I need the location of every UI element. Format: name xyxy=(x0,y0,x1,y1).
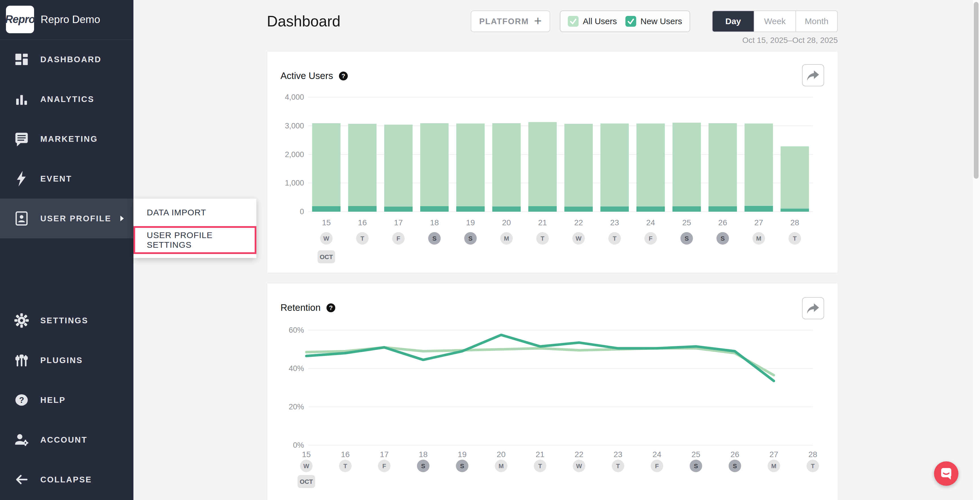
axis-label: W xyxy=(323,235,329,242)
sidebar-item-event[interactable]: EVENT xyxy=(0,159,134,198)
app-root: { "sidebar": { "logo_text": "Repro", "ap… xyxy=(0,0,980,500)
sidebar-item-dashboard[interactable]: DASHBOARD xyxy=(0,40,134,79)
axis-label: 28 xyxy=(808,450,817,459)
share-button[interactable] xyxy=(802,297,824,319)
axis-label: 25 xyxy=(682,218,691,227)
axis-label: 22 xyxy=(574,218,583,227)
bar-new-users xyxy=(312,206,340,212)
retention-line-new-users xyxy=(306,335,774,381)
axis-label: 19 xyxy=(458,450,466,459)
sidebar-item-user-profile[interactable]: USER PROFILE xyxy=(0,198,134,238)
tab-week[interactable]: Week xyxy=(754,11,795,32)
bar-all-users xyxy=(528,122,557,212)
axis-label: 16 xyxy=(358,218,367,227)
axis-label: S xyxy=(468,235,473,242)
axis-label: 27 xyxy=(754,218,763,227)
retention-title: Retention xyxy=(280,302,320,313)
bar-new-users xyxy=(673,206,701,212)
scrollbar-track[interactable] xyxy=(972,0,980,500)
bar-all-users xyxy=(600,124,629,212)
axis-label: T xyxy=(538,463,542,470)
axis-label: T xyxy=(541,235,544,242)
retention-line-all-users xyxy=(306,347,774,375)
settings-gear-icon xyxy=(13,312,31,329)
scrollbar-thumb[interactable] xyxy=(974,2,978,179)
axis-label: S xyxy=(433,235,437,242)
axis-label: T xyxy=(361,235,364,242)
filter-label: New Users xyxy=(641,16,682,26)
bar-all-users xyxy=(673,123,701,212)
axis-label: T xyxy=(616,463,620,470)
axis-label: S xyxy=(684,235,689,242)
retention-title-row: Retention ? xyxy=(280,302,336,314)
axis-label: 17 xyxy=(394,218,403,227)
sidebar-item-help[interactable]: ?HELP xyxy=(0,380,134,420)
axis-label: 27 xyxy=(769,450,778,459)
sidebar-item-label: PLUGINS xyxy=(40,356,83,365)
axis-label: 22 xyxy=(574,450,584,459)
axis-label: 2,000 xyxy=(285,150,304,159)
axis-label: F xyxy=(396,235,400,242)
help-icon[interactable]: ? xyxy=(326,303,336,313)
axis-label: M xyxy=(504,235,509,242)
tab-month[interactable]: Month xyxy=(795,11,837,32)
svg-text:?: ? xyxy=(329,304,333,312)
bar-new-users xyxy=(420,206,449,212)
axis-label: F xyxy=(655,463,659,470)
sidebar: Repro Repro Demo DASHBOARDANALYTICSMARKE… xyxy=(0,0,134,500)
help-icon[interactable]: ? xyxy=(339,71,348,81)
axis-label: 20% xyxy=(289,403,304,411)
sidebar-item-analytics[interactable]: ANALYTICS xyxy=(0,79,134,119)
submenu-item-data-import[interactable]: DATA IMPORT xyxy=(134,198,256,226)
axis-label: 1,000 xyxy=(285,179,304,187)
marketing-chat-icon xyxy=(13,130,31,148)
submenu-item-user-profile-settings[interactable]: USER PROFILE SETTINGS xyxy=(134,226,256,254)
bar-all-users xyxy=(456,124,485,212)
share-button[interactable] xyxy=(802,64,824,86)
sidebar-item-label: ANALYTICS xyxy=(40,94,94,104)
chat-launcher-button[interactable] xyxy=(934,462,958,486)
sidebar-item-marketing[interactable]: MARKETING xyxy=(0,119,134,159)
repro-logo-text: Repro xyxy=(5,13,35,26)
axis-label: S xyxy=(421,463,425,470)
axis-label: W xyxy=(576,235,582,242)
checkbox-all-users[interactable] xyxy=(568,16,579,27)
chevron-right-icon xyxy=(120,215,124,222)
axis-label: 20 xyxy=(502,218,511,227)
filter-label: All Users xyxy=(583,16,617,26)
filter-all-users[interactable]: All Users xyxy=(568,16,617,27)
sidebar-item-plugins[interactable]: PLUGINS xyxy=(0,340,134,380)
filter-new-users[interactable]: New Users xyxy=(625,16,682,27)
user-profile-submenu: DATA IMPORTUSER PROFILE SETTINGS xyxy=(134,198,256,258)
sidebar-item-label: DASHBOARD xyxy=(40,55,102,64)
axis-label: 18 xyxy=(430,218,439,227)
analytics-bars-icon xyxy=(13,90,31,108)
platform-filter-button[interactable]: PLATFORM + xyxy=(471,11,550,32)
axis-label: S xyxy=(460,463,465,470)
axis-label: 15 xyxy=(322,218,331,227)
axis-label: 0% xyxy=(293,441,304,449)
bar-all-users xyxy=(709,123,737,212)
share-arrow-icon xyxy=(807,302,819,315)
axis-label: 17 xyxy=(380,450,389,459)
axis-label: 60% xyxy=(289,326,304,334)
checkbox-new-users[interactable] xyxy=(625,16,636,27)
axis-label: 19 xyxy=(466,218,475,227)
bar-new-users xyxy=(745,206,773,212)
sidebar-item-collapse[interactable]: COLLAPSE xyxy=(0,460,134,500)
app-title: Repro Demo xyxy=(41,14,100,26)
tab-day[interactable]: Day xyxy=(713,11,754,32)
svg-text:?: ? xyxy=(342,72,345,80)
date-granularity-tabs: DayWeekMonth xyxy=(712,11,838,32)
axis-label: W xyxy=(304,463,309,470)
sidebar-item-settings[interactable]: SETTINGS xyxy=(0,300,134,340)
axis-label: 28 xyxy=(791,218,799,227)
active-users-card: 4,0003,0002,0001,000015W16T17F18S19S20M2… xyxy=(267,51,838,273)
active-users-bar-chart: 4,0003,0002,0001,000015W16T17F18S19S20M2… xyxy=(267,51,838,273)
svg-text:?: ? xyxy=(19,395,24,404)
dashboard-grid-icon xyxy=(13,50,31,69)
help-circle-icon: ? xyxy=(13,391,31,409)
account-user-gear-icon xyxy=(13,431,31,449)
axis-label: 23 xyxy=(614,450,622,459)
sidebar-item-account[interactable]: ACCOUNT xyxy=(0,420,134,460)
